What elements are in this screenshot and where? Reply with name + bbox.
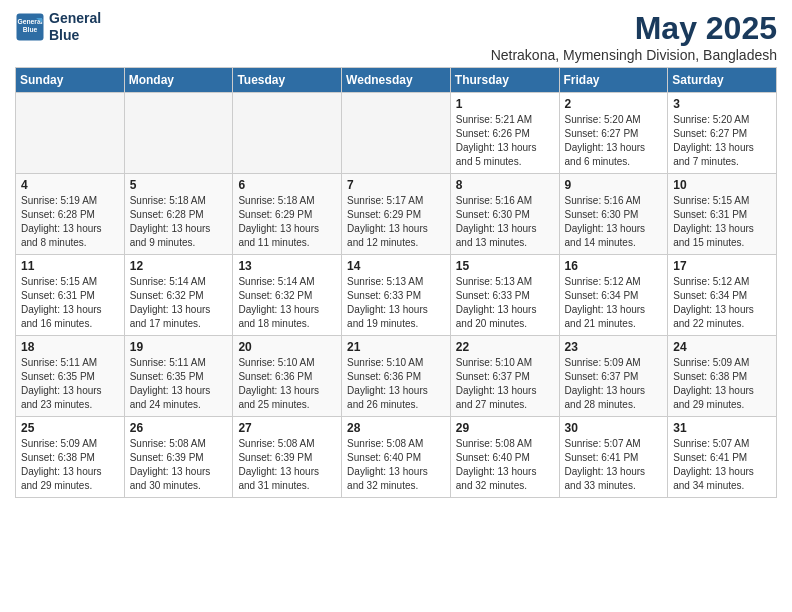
day-info: Sunrise: 5:16 AMSunset: 6:30 PMDaylight:… xyxy=(456,194,554,250)
day-info: Sunrise: 5:11 AMSunset: 6:35 PMDaylight:… xyxy=(21,356,119,412)
day-number: 20 xyxy=(238,340,336,354)
day-cell: 15Sunrise: 5:13 AMSunset: 6:33 PMDayligh… xyxy=(450,255,559,336)
day-cell xyxy=(124,93,233,174)
day-cell: 28Sunrise: 5:08 AMSunset: 6:40 PMDayligh… xyxy=(342,417,451,498)
day-cell xyxy=(16,93,125,174)
day-cell: 14Sunrise: 5:13 AMSunset: 6:33 PMDayligh… xyxy=(342,255,451,336)
day-info: Sunrise: 5:12 AMSunset: 6:34 PMDaylight:… xyxy=(565,275,663,331)
day-info: Sunrise: 5:09 AMSunset: 6:37 PMDaylight:… xyxy=(565,356,663,412)
day-info: Sunrise: 5:19 AMSunset: 6:28 PMDaylight:… xyxy=(21,194,119,250)
day-info: Sunrise: 5:15 AMSunset: 6:31 PMDaylight:… xyxy=(673,194,771,250)
day-number: 1 xyxy=(456,97,554,111)
day-cell: 9Sunrise: 5:16 AMSunset: 6:30 PMDaylight… xyxy=(559,174,668,255)
day-cell: 11Sunrise: 5:15 AMSunset: 6:31 PMDayligh… xyxy=(16,255,125,336)
week-row-5: 25Sunrise: 5:09 AMSunset: 6:38 PMDayligh… xyxy=(16,417,777,498)
day-info: Sunrise: 5:10 AMSunset: 6:36 PMDaylight:… xyxy=(347,356,445,412)
day-info: Sunrise: 5:11 AMSunset: 6:35 PMDaylight:… xyxy=(130,356,228,412)
day-number: 21 xyxy=(347,340,445,354)
day-info: Sunrise: 5:20 AMSunset: 6:27 PMDaylight:… xyxy=(673,113,771,169)
logo-line1: General xyxy=(49,10,101,26)
day-number: 17 xyxy=(673,259,771,273)
day-info: Sunrise: 5:09 AMSunset: 6:38 PMDaylight:… xyxy=(21,437,119,493)
day-cell: 12Sunrise: 5:14 AMSunset: 6:32 PMDayligh… xyxy=(124,255,233,336)
day-info: Sunrise: 5:10 AMSunset: 6:36 PMDaylight:… xyxy=(238,356,336,412)
day-number: 18 xyxy=(21,340,119,354)
day-number: 22 xyxy=(456,340,554,354)
day-number: 30 xyxy=(565,421,663,435)
location-subtitle: Netrakona, Mymensingh Division, Banglade… xyxy=(491,47,777,63)
day-info: Sunrise: 5:21 AMSunset: 6:26 PMDaylight:… xyxy=(456,113,554,169)
day-info: Sunrise: 5:17 AMSunset: 6:29 PMDaylight:… xyxy=(347,194,445,250)
day-number: 27 xyxy=(238,421,336,435)
day-info: Sunrise: 5:08 AMSunset: 6:40 PMDaylight:… xyxy=(456,437,554,493)
day-cell: 20Sunrise: 5:10 AMSunset: 6:36 PMDayligh… xyxy=(233,336,342,417)
day-number: 16 xyxy=(565,259,663,273)
col-header-sunday: Sunday xyxy=(16,68,125,93)
day-cell: 7Sunrise: 5:17 AMSunset: 6:29 PMDaylight… xyxy=(342,174,451,255)
day-number: 28 xyxy=(347,421,445,435)
day-cell: 30Sunrise: 5:07 AMSunset: 6:41 PMDayligh… xyxy=(559,417,668,498)
day-number: 13 xyxy=(238,259,336,273)
day-cell: 21Sunrise: 5:10 AMSunset: 6:36 PMDayligh… xyxy=(342,336,451,417)
day-number: 4 xyxy=(21,178,119,192)
col-header-tuesday: Tuesday xyxy=(233,68,342,93)
day-info: Sunrise: 5:07 AMSunset: 6:41 PMDaylight:… xyxy=(565,437,663,493)
day-number: 23 xyxy=(565,340,663,354)
day-info: Sunrise: 5:10 AMSunset: 6:37 PMDaylight:… xyxy=(456,356,554,412)
day-number: 19 xyxy=(130,340,228,354)
day-cell: 22Sunrise: 5:10 AMSunset: 6:37 PMDayligh… xyxy=(450,336,559,417)
week-row-4: 18Sunrise: 5:11 AMSunset: 6:35 PMDayligh… xyxy=(16,336,777,417)
day-number: 8 xyxy=(456,178,554,192)
header: General Blue General Blue May 2025 Netra… xyxy=(15,10,777,63)
day-cell: 26Sunrise: 5:08 AMSunset: 6:39 PMDayligh… xyxy=(124,417,233,498)
day-cell: 31Sunrise: 5:07 AMSunset: 6:41 PMDayligh… xyxy=(668,417,777,498)
day-cell: 4Sunrise: 5:19 AMSunset: 6:28 PMDaylight… xyxy=(16,174,125,255)
day-cell: 25Sunrise: 5:09 AMSunset: 6:38 PMDayligh… xyxy=(16,417,125,498)
day-info: Sunrise: 5:13 AMSunset: 6:33 PMDaylight:… xyxy=(347,275,445,331)
col-header-saturday: Saturday xyxy=(668,68,777,93)
day-info: Sunrise: 5:12 AMSunset: 6:34 PMDaylight:… xyxy=(673,275,771,331)
calendar-table: SundayMondayTuesdayWednesdayThursdayFrid… xyxy=(15,67,777,498)
day-number: 29 xyxy=(456,421,554,435)
day-number: 2 xyxy=(565,97,663,111)
day-info: Sunrise: 5:14 AMSunset: 6:32 PMDaylight:… xyxy=(238,275,336,331)
day-info: Sunrise: 5:15 AMSunset: 6:31 PMDaylight:… xyxy=(21,275,119,331)
day-info: Sunrise: 5:18 AMSunset: 6:28 PMDaylight:… xyxy=(130,194,228,250)
day-number: 5 xyxy=(130,178,228,192)
day-info: Sunrise: 5:09 AMSunset: 6:38 PMDaylight:… xyxy=(673,356,771,412)
day-info: Sunrise: 5:18 AMSunset: 6:29 PMDaylight:… xyxy=(238,194,336,250)
day-cell: 29Sunrise: 5:08 AMSunset: 6:40 PMDayligh… xyxy=(450,417,559,498)
day-cell: 27Sunrise: 5:08 AMSunset: 6:39 PMDayligh… xyxy=(233,417,342,498)
svg-text:Blue: Blue xyxy=(23,26,38,33)
day-number: 15 xyxy=(456,259,554,273)
day-cell: 13Sunrise: 5:14 AMSunset: 6:32 PMDayligh… xyxy=(233,255,342,336)
day-number: 3 xyxy=(673,97,771,111)
logo-line2: Blue xyxy=(49,27,79,43)
day-cell: 19Sunrise: 5:11 AMSunset: 6:35 PMDayligh… xyxy=(124,336,233,417)
day-number: 25 xyxy=(21,421,119,435)
day-info: Sunrise: 5:08 AMSunset: 6:40 PMDaylight:… xyxy=(347,437,445,493)
logo-icon: General Blue xyxy=(15,12,45,42)
day-info: Sunrise: 5:13 AMSunset: 6:33 PMDaylight:… xyxy=(456,275,554,331)
col-header-wednesday: Wednesday xyxy=(342,68,451,93)
col-header-monday: Monday xyxy=(124,68,233,93)
week-row-3: 11Sunrise: 5:15 AMSunset: 6:31 PMDayligh… xyxy=(16,255,777,336)
day-info: Sunrise: 5:07 AMSunset: 6:41 PMDaylight:… xyxy=(673,437,771,493)
day-cell: 5Sunrise: 5:18 AMSunset: 6:28 PMDaylight… xyxy=(124,174,233,255)
day-cell: 2Sunrise: 5:20 AMSunset: 6:27 PMDaylight… xyxy=(559,93,668,174)
day-number: 14 xyxy=(347,259,445,273)
day-info: Sunrise: 5:08 AMSunset: 6:39 PMDaylight:… xyxy=(238,437,336,493)
header-row: SundayMondayTuesdayWednesdayThursdayFrid… xyxy=(16,68,777,93)
day-cell: 18Sunrise: 5:11 AMSunset: 6:35 PMDayligh… xyxy=(16,336,125,417)
day-info: Sunrise: 5:08 AMSunset: 6:39 PMDaylight:… xyxy=(130,437,228,493)
day-number: 11 xyxy=(21,259,119,273)
day-info: Sunrise: 5:16 AMSunset: 6:30 PMDaylight:… xyxy=(565,194,663,250)
day-number: 9 xyxy=(565,178,663,192)
logo: General Blue General Blue xyxy=(15,10,101,44)
col-header-thursday: Thursday xyxy=(450,68,559,93)
day-cell: 8Sunrise: 5:16 AMSunset: 6:30 PMDaylight… xyxy=(450,174,559,255)
day-info: Sunrise: 5:14 AMSunset: 6:32 PMDaylight:… xyxy=(130,275,228,331)
day-cell: 24Sunrise: 5:09 AMSunset: 6:38 PMDayligh… xyxy=(668,336,777,417)
day-cell xyxy=(342,93,451,174)
week-row-1: 1Sunrise: 5:21 AMSunset: 6:26 PMDaylight… xyxy=(16,93,777,174)
